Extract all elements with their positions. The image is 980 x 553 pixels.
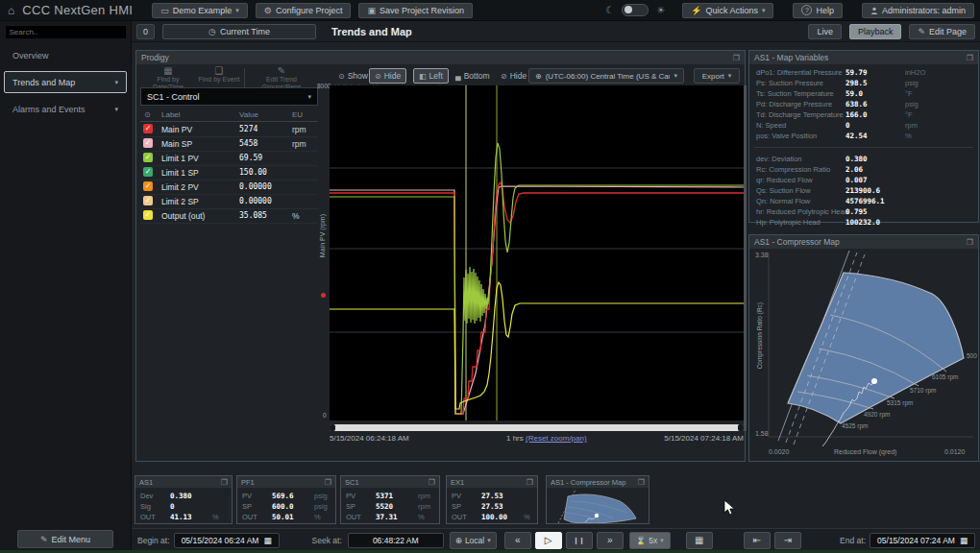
- legend-left-button[interactable]: ◧ Left: [413, 68, 449, 84]
- map-var-row: Pd: Discharge Pressure638.6psig: [749, 100, 978, 110]
- legend-hide-button[interactable]: ⊘ Hide: [495, 68, 532, 84]
- help-button[interactable]: ? Help: [793, 3, 843, 18]
- chevron-down-icon: ▾: [114, 79, 118, 86]
- pen-checkbox[interactable]: ✓: [143, 210, 153, 220]
- sidebar-item-trends-and-map[interactable]: Trends and Map ▾: [4, 71, 127, 93]
- panel-expand-icon[interactable]: ❐: [638, 478, 645, 487]
- chevron-down-icon: ▾: [487, 537, 491, 544]
- timezone-local-button[interactable]: ⊕ Local ▾: [450, 532, 497, 549]
- find-by-event-button[interactable]: ❑ Find by Event: [197, 67, 241, 84]
- mini-panel-ex1: EX1❐ PV27.53 SP27.53 OUT100.00%: [446, 475, 538, 524]
- notification-badge[interactable]: 0: [136, 24, 155, 39]
- pencil-icon: ✎: [918, 27, 925, 36]
- timezone-select[interactable]: ⊕ (UTC-06:00) Central Time (US & Canada)…: [528, 68, 684, 84]
- globe-icon: ⊕: [535, 72, 542, 81]
- jump-to-end-button[interactable]: ⇥: [774, 532, 801, 549]
- panel-expand-icon[interactable]: ❐: [221, 478, 228, 487]
- series-main-pv: [330, 182, 744, 414]
- map-var-row: dev: Deviation0.380: [749, 155, 978, 165]
- admin-user-button[interactable]: Administrators: admin: [862, 3, 974, 18]
- lanes-show-button[interactable]: ⊙ Show: [332, 68, 374, 84]
- reset-zoom-link[interactable]: (Reset zoom/pan): [526, 434, 587, 443]
- home-icon[interactable]: ⌂: [8, 4, 14, 17]
- panel-expand-icon[interactable]: ❐: [429, 478, 435, 487]
- toggle-knob: [625, 6, 632, 13]
- chevron-down-icon: ▾: [660, 537, 664, 544]
- sun-icon: ☀: [656, 5, 665, 15]
- map-y-label: Compression Ratio (Rc): [756, 302, 763, 369]
- pen-checkbox[interactable]: ✓: [143, 196, 153, 205]
- legend-row: ✓ Main SP 5458 rpm: [140, 136, 318, 152]
- save-project-revision-button[interactable]: ▣ Save Project Revision: [358, 3, 473, 18]
- seek-at-field[interactable]: 06:48:22 AM: [348, 533, 444, 548]
- trend-plot-area[interactable]: [330, 85, 744, 421]
- begin-at-field[interactable]: 05/15/2024 06:24 AM ▦: [174, 533, 280, 548]
- mini-compressor-map-chart[interactable]: [547, 488, 649, 523]
- operating-point[interactable]: [871, 378, 877, 384]
- chevron-down-icon: ▾: [674, 72, 677, 80]
- calendar-icon: ▦: [263, 536, 271, 545]
- export-button[interactable]: Export ▾: [694, 68, 740, 84]
- chevron-down-icon: ▾: [114, 106, 118, 113]
- compressor-map-chart[interactable]: [749, 249, 980, 450]
- bottom-half-icon: ▄: [455, 72, 461, 81]
- jump-to-begin-button[interactable]: ⇤: [744, 532, 771, 549]
- legend-bottom-button[interactable]: ▄ Bottom: [450, 68, 496, 84]
- theme-toggle[interactable]: [622, 4, 649, 16]
- sign-in-icon: ⇤: [753, 535, 761, 545]
- play-icon: ▷: [545, 535, 552, 545]
- playback-speed-button[interactable]: ⌛ 5x ▾: [629, 532, 671, 549]
- map-var-row: Qs: Suction Flow213900.6: [749, 186, 978, 197]
- pen-checkbox[interactable]: ✓: [143, 181, 153, 191]
- scrollbar-right-handle[interactable]: [738, 424, 744, 431]
- sidebar-item-overview[interactable]: Overview: [4, 44, 127, 66]
- panel-expand-icon[interactable]: ❐: [967, 54, 973, 62]
- speed-label: 4920 rpm: [864, 411, 890, 418]
- begin-at-label: Begin at:: [137, 536, 170, 545]
- compressor-map-header: AS1 - Compressor Map ❐: [749, 235, 978, 249]
- pen-checkbox[interactable]: ✓: [143, 138, 153, 148]
- speed-label: 4525 rpm: [842, 422, 868, 429]
- lanes-hide-button[interactable]: ⊘ Hide: [369, 68, 406, 84]
- mini-compressor-map-panel: AS1 - Compressor Map❐: [546, 475, 649, 524]
- compressor-map-panel: AS1 - Compressor Map ❐ 3.38 1.58 Compres…: [748, 234, 979, 462]
- step-back-button[interactable]: «: [504, 532, 531, 549]
- panel-expand-icon[interactable]: ❐: [733, 54, 740, 62]
- mini-panel-sc1: SC1❐ PV5371rpm SP5520rpm OUT37.31%: [340, 475, 440, 524]
- search-input[interactable]: [5, 25, 127, 39]
- step-forward-button[interactable]: »: [597, 532, 624, 549]
- chart-vertical-scrollbar[interactable]: [744, 85, 747, 431]
- map-var-row: Ps: Suction Pressure298.5psig: [749, 79, 978, 89]
- live-button[interactable]: Live: [808, 24, 842, 39]
- playback-button[interactable]: Playback: [849, 24, 902, 39]
- edit-icon: ✎: [250, 67, 313, 75]
- sidebar-item-alarms-and-events[interactable]: Alarms and Events ▾: [4, 98, 127, 120]
- pen-checkbox[interactable]: ✓: [143, 167, 153, 177]
- panel-expand-icon[interactable]: ❐: [527, 478, 533, 487]
- panel-expand-icon[interactable]: ❐: [325, 478, 331, 487]
- configure-project-button[interactable]: ⚙ Configure Project: [256, 3, 352, 18]
- pen-checkbox[interactable]: ✓: [143, 153, 153, 162]
- pen-checkbox[interactable]: ✓: [143, 124, 153, 133]
- pause-button[interactable]: ❙❙: [566, 532, 593, 549]
- legend-row: ✓ Limit 1 PV 69.59: [140, 151, 318, 166]
- edit-page-button[interactable]: ✎ Edit Page: [909, 24, 975, 39]
- quick-actions-button[interactable]: ⚡ Quick Actions ▾: [682, 3, 773, 18]
- globe-icon: ⊕: [455, 536, 462, 545]
- scrollbar-left-handle[interactable]: [330, 424, 335, 431]
- current-time-button[interactable]: ◷ Current Time: [162, 24, 316, 39]
- end-at-field[interactable]: 05/15/2024 07:24 AM ▦: [870, 533, 975, 548]
- trend-chart: [330, 85, 744, 421]
- folder-icon: ▭: [160, 6, 169, 15]
- trend-group-select[interactable]: SC1 - Control ▾: [140, 87, 318, 106]
- panel-expand-icon[interactable]: ❐: [967, 238, 973, 247]
- chart-time-scrollbar[interactable]: [330, 424, 744, 431]
- edit-menu-button[interactable]: ✎ Edit Menu: [17, 530, 113, 548]
- app-root: ⌂ CCC NextGen HMI ▭ Demo Example ▾ ⚙ Con…: [0, 0, 980, 553]
- demo-example-button[interactable]: ▭ Demo Example ▾: [152, 3, 248, 18]
- play-button[interactable]: ▷: [535, 532, 562, 549]
- map-var-row: Ts: Suction Temperature59.0°F: [749, 89, 978, 100]
- chart-end-time: 5/15/2024 07:24:18 AM: [648, 434, 744, 443]
- chevron-down-icon: ▾: [235, 7, 239, 14]
- event-table-button[interactable]: ▦: [686, 532, 713, 549]
